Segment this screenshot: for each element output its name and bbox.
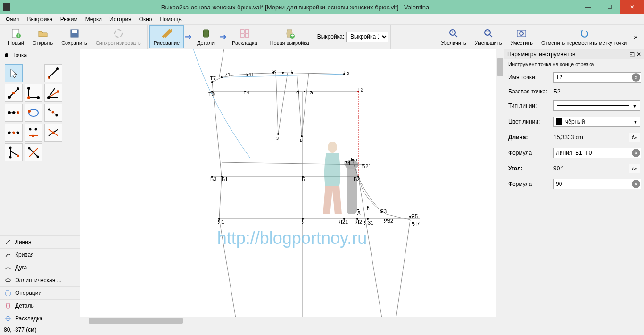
draw-mode-button[interactable]: Рисование (149, 25, 184, 48)
svg-point-107 (277, 133, 279, 135)
clear-icon[interactable]: ✕ (632, 180, 640, 188)
menu-help[interactable]: Помощь (156, 15, 185, 24)
line-type-select[interactable]: ▼ (553, 100, 640, 111)
point-icon (5, 53, 8, 57)
arrow-right-icon: ➔ (219, 32, 228, 42)
sync-icon (113, 28, 124, 39)
tool-section-operations[interactable]: Операции (0, 286, 80, 299)
formula2-input[interactable] (553, 179, 641, 189)
tool-point-bisector[interactable] (44, 84, 62, 102)
svg-point-27 (12, 92, 15, 94)
menu-mode[interactable]: Режим (57, 15, 82, 24)
window-controls: — ☐ ✕ (577, 0, 644, 14)
drawing-canvas[interactable]: Т7 Т71 Т41 ж т г Т5 Т0 Т4 б Т а Т2 з в Б… (80, 49, 504, 325)
open-button[interactable]: Открыть (28, 25, 57, 48)
layout-mode-button[interactable]: Раскладка (228, 25, 262, 48)
svg-point-94 (211, 81, 213, 83)
tool-point-triangle[interactable] (44, 104, 62, 122)
formula1-input[interactable] (553, 148, 641, 158)
tool-point-shoulder[interactable] (5, 104, 23, 122)
close-button[interactable]: ✕ (620, 0, 644, 14)
tool-section-curve[interactable]: Кривая (0, 248, 80, 261)
base-point-label: Базовая точка: (508, 88, 552, 95)
undo-move-button[interactable]: Отменить переместить метку точки (537, 25, 631, 48)
svg-point-106 (357, 91, 359, 92)
svg-line-23 (49, 69, 58, 77)
tool-point-contact[interactable] (25, 104, 42, 122)
svg-point-111 (302, 176, 304, 177)
panel-undock-icon[interactable]: ◱ (629, 51, 635, 58)
detail-icon (200, 28, 212, 39)
svg-rect-9 (245, 30, 249, 33)
svg-point-115 (362, 164, 364, 166)
svg-point-62 (9, 147, 12, 149)
new-pattern-icon: + (284, 28, 295, 39)
tool-point-axis[interactable] (25, 143, 42, 161)
clear-icon[interactable]: ✕ (632, 149, 640, 157)
svg-line-83 (222, 162, 363, 165)
tool-point-along[interactable] (5, 84, 23, 102)
svg-line-86 (219, 176, 222, 219)
svg-point-33 (27, 87, 30, 90)
menu-window[interactable]: Окно (135, 15, 156, 24)
svg-point-52 (17, 132, 19, 134)
vertical-scrollbar[interactable] (496, 49, 504, 317)
tool-section-arc[interactable]: Дуга (0, 261, 80, 274)
point-name-input[interactable] (553, 72, 641, 83)
svg-point-110 (221, 176, 223, 177)
sync-button: Синхронизировать (91, 25, 145, 48)
fx-button[interactable]: f∞ (629, 164, 640, 173)
svg-point-122 (367, 218, 369, 220)
properties-panel: Параметры инструментов ◱✕ Инструмент точ… (504, 49, 644, 325)
horizontal-scrollbar[interactable] (80, 317, 496, 325)
fx-button[interactable]: f∞ (629, 133, 640, 142)
menu-measurements[interactable]: Мерки (82, 15, 106, 24)
tool-section-layout[interactable]: Раскладка (0, 312, 80, 325)
tool-point-height[interactable] (5, 143, 23, 161)
zoom-in-button[interactable]: + Увеличить (437, 25, 471, 48)
menu-pattern[interactable]: Выкройка (24, 15, 57, 24)
menu-history[interactable]: История (106, 15, 135, 24)
pattern-select[interactable]: Выкройка 1 (346, 32, 388, 42)
svg-line-61 (10, 151, 18, 156)
panel-close-icon[interactable]: ✕ (636, 51, 641, 58)
svg-point-112 (346, 161, 347, 163)
base-point-value: Б2 (553, 88, 640, 95)
zoom-fit-button[interactable]: Уместить (506, 25, 537, 48)
tool-section-line[interactable]: Линия (0, 235, 80, 248)
tool-point-intersect[interactable] (5, 124, 23, 142)
svg-line-79 (297, 73, 302, 136)
tool-point-xy[interactable] (25, 124, 42, 142)
tool-section-detail[interactable]: Деталь (0, 299, 80, 312)
tool-point-perpendicular[interactable] (25, 84, 42, 102)
zoom-out-button[interactable]: − Уменьшить (471, 25, 506, 48)
zoom-in-icon: + (448, 28, 459, 39)
svg-point-104 (304, 91, 305, 92)
svg-point-67 (28, 147, 31, 150)
cursor-coords: 80, -377 (см) (4, 327, 37, 333)
minimize-button[interactable]: — (577, 0, 599, 14)
tool-point-line-intersect[interactable] (44, 124, 62, 142)
tool-section-ellipse[interactable]: Эллиптическая ... (0, 274, 80, 286)
tool-point-distance[interactable] (44, 64, 62, 82)
clear-icon[interactable]: ✕ (632, 73, 640, 82)
pencil-icon (161, 28, 172, 39)
line-color-select[interactable]: чёрный ▼ (553, 117, 640, 127)
svg-point-124 (386, 219, 388, 221)
new-pattern-button[interactable]: + Новая выкройка (266, 25, 314, 48)
svg-line-35 (49, 88, 55, 98)
svg-point-118 (218, 218, 220, 220)
menu-file[interactable]: Файл (2, 15, 24, 24)
detail-mode-button[interactable]: Детали (193, 25, 219, 48)
svg-point-101 (211, 91, 213, 92)
tool-section-point[interactable]: Точка (0, 49, 80, 61)
new-button[interactable]: + Новый (4, 25, 28, 48)
toolbar-overflow-icon[interactable]: » (631, 33, 640, 41)
maximize-button[interactable]: ☐ (599, 0, 620, 14)
tool-pointer[interactable] (5, 64, 23, 82)
svg-line-69 (6, 240, 10, 244)
length-label: Длина: (508, 134, 552, 141)
line-type-label: Тип линии: (508, 102, 552, 109)
svg-point-108 (301, 135, 303, 137)
save-button[interactable]: Сохранить (57, 25, 91, 48)
